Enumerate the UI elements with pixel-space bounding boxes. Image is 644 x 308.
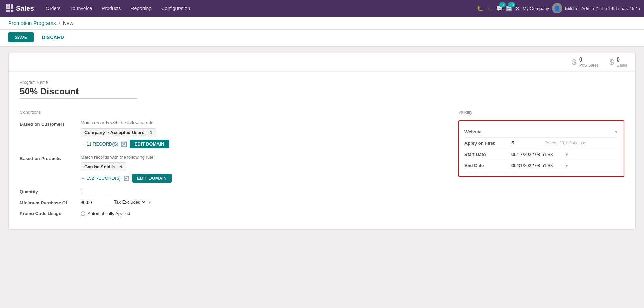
customer-domain-val: 1 [150,130,152,135]
end-date-arrow[interactable]: ▼ [565,164,569,168]
promo-radio-auto[interactable] [81,211,85,216]
company-label[interactable]: My Company [523,6,549,11]
customer-records-link[interactable]: → 11 RECORD(S) [81,141,118,147]
customer-refresh-icon[interactable]: 🔄 [121,141,127,147]
end-date-row: End Date ▼ [464,160,618,171]
grid-menu-icon[interactable] [4,3,15,13]
promo-code-row: Promo Code Usage Automatically Applied [20,211,442,216]
min-purchase-row: Minimum Purchase Of Tax Excluded Tax Inc… [20,199,442,206]
topnav: Sales Orders To Invoice Products Reporti… [0,0,644,17]
program-name-label: Program Name [20,80,624,85]
chat-badge-wrap[interactable]: 💬 5 [496,5,503,12]
website-dropdown-arrow[interactable]: ▼ [614,130,618,134]
sales-label: Sales [617,63,627,68]
customers-field-row: Based on Customers Match records with th… [20,120,442,148]
customers-value: Match records with the following rule: C… [81,120,442,148]
phone-icon[interactable]: 📞 [486,5,493,12]
breadcrumb-current: New [63,20,73,26]
products-domain-field: Can be Sold [84,164,110,169]
user-label: Mitchell Admin (15557996-saas-15-1) [565,6,640,11]
website-label: Website [464,129,506,134]
sales-dollar-icon: $ [610,58,614,67]
nav-orders[interactable]: Orders [41,0,65,17]
validity-section-label: Validity [458,110,624,115]
customers-label: Based on Customers [20,120,75,127]
end-date-label: End Date [464,163,506,168]
pos-sales-number: 0 [579,57,599,63]
breadcrumb-separator: / [59,20,60,26]
avatar[interactable]: 👤 [552,3,562,13]
products-edit-domain-button[interactable]: EDIT DOMAIN [132,174,172,183]
start-date-row: Start Date ▼ [464,149,618,160]
discard-button[interactable]: DISCARD [38,32,68,42]
customer-domain-field: Company [84,130,105,135]
start-date-label: Start Date [464,152,506,157]
customer-records-count: 11 RECORD(S) [87,141,118,147]
promo-code-value: Automatically Applied [81,211,130,216]
tax-select-wrap: Tax Excluded Tax Included ▼ [112,199,152,206]
min-purchase-label: Minimum Purchase Of [20,200,75,205]
activity-badge: 25 [508,2,515,7]
topnav-right: 🐛 📞 💬 5 🔄 25 ✕ My Company 👤 Mitchell Adm… [477,3,640,13]
customer-domain-sub: Accepted Users [110,130,144,135]
customer-domain-eq: = [146,130,148,135]
products-value: Match records with the following rule: C… [81,155,442,183]
products-label: Based on Products [20,155,75,161]
products-rule-desc: Match records with the following rule: [81,155,442,160]
form-card: $ 0 PoS Sales $ 0 Sales Program Name [8,53,636,230]
conditions-section-label: Conditions [20,110,442,115]
chat-badge: 5 [499,2,506,7]
products-records-row: → 152 RECORD(S) 🔄 EDIT DOMAIN [81,174,442,183]
start-date-input[interactable] [511,152,563,157]
pos-sales-label: PoS Sales [579,63,599,68]
quantity-value [81,189,108,194]
quantity-row: Quantity [20,189,442,194]
customer-edit-domain-button[interactable]: EDIT DOMAIN [130,140,169,148]
tax-select[interactable]: Tax Excluded Tax Included [112,199,146,205]
stats-row: $ 0 PoS Sales $ 0 Sales [9,53,635,72]
nav-products[interactable]: Products [97,0,126,17]
sales-stat: $ 0 Sales [610,57,627,68]
customers-rule-desc: Match records with the following rule: [81,120,442,125]
bottom-fields: Quantity Minimum Purchase Of [20,189,442,216]
program-name-input[interactable] [20,86,137,99]
validity-col: Validity Website ▼ Apply on First [458,110,624,221]
products-arrow-icon: → [81,176,85,181]
products-refresh-icon[interactable]: 🔄 [124,176,129,181]
start-date-arrow[interactable]: ▼ [565,152,569,157]
products-records-count: 152 RECORD(S) [87,176,121,181]
nav-reporting[interactable]: Reporting [126,0,156,17]
arrow-icon: → [81,141,85,147]
debug-icon[interactable]: 🐛 [477,5,483,12]
products-domain-op: is set [112,164,122,169]
quantity-input[interactable] [81,189,108,194]
save-button[interactable]: SAVE [8,32,34,42]
customer-domain-tag: Company > Accepted Users = 1 [81,128,156,137]
promo-auto-label: Automatically Applied [88,211,130,216]
products-records-link[interactable]: → 152 RECORD(S) [81,176,121,181]
min-purchase-value: Tax Excluded Tax Included ▼ [81,199,152,206]
sales-number: 0 [617,57,627,63]
activity-badge-wrap[interactable]: 🔄 25 [506,5,513,12]
end-date-wrap: ▼ [511,163,569,168]
brand-label: Sales [16,4,34,12]
validity-box: Website ▼ Apply on First Orders if 0, in… [458,120,624,177]
two-col-layout: Conditions Based on Customers Match reco… [20,110,624,221]
form-body: Program Name Conditions Based on Custome… [9,72,635,229]
quantity-label: Quantity [20,189,75,194]
apply-on-first-input[interactable] [511,140,539,146]
customer-records-row: → 11 RECORD(S) 🔄 EDIT DOMAIN [81,140,442,148]
nav-to-invoice[interactable]: To Invoice [65,0,97,17]
pos-sales-stat: $ 0 PoS Sales [572,57,598,68]
end-date-input[interactable] [511,163,563,168]
settings-icon[interactable]: ✕ [515,5,520,12]
apply-on-first-label: Apply on First [464,141,506,146]
nav-configuration[interactable]: Configuration [156,0,195,17]
min-purchase-input[interactable] [81,200,108,205]
breadcrumb-parent[interactable]: Promotion Programs [8,20,56,26]
website-row: Website ▼ [464,127,618,138]
pos-dollar-icon: $ [572,58,576,67]
products-domain-tag: Can be Sold is set [81,162,126,171]
start-date-wrap: ▼ [511,152,569,157]
orders-hint: Orders if 0, infinite use [545,141,586,146]
